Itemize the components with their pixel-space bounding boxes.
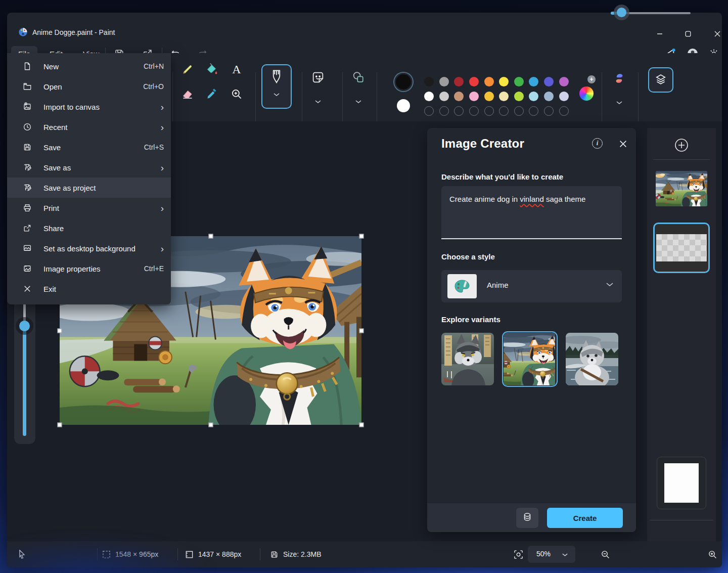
menu-item-print[interactable]: Print ›: [7, 198, 171, 218]
info-icon[interactable]: i: [592, 138, 603, 149]
text-tool-icon[interactable]: A: [230, 62, 244, 76]
colour-swatch[interactable]: [559, 77, 569, 86]
empty-colour-slot[interactable]: [559, 106, 569, 116]
colour-swatch[interactable]: [484, 92, 494, 101]
colour-swatch[interactable]: [514, 92, 524, 101]
chevron-down-icon[interactable]: [616, 101, 623, 105]
colour-swatch[interactable]: [544, 92, 554, 101]
selection-handle[interactable]: [209, 234, 213, 239]
selection-handle[interactable]: [359, 423, 364, 427]
colour-swatch[interactable]: [424, 77, 434, 86]
slider-thumb[interactable]: [19, 321, 30, 331]
colour-swatch[interactable]: [439, 77, 449, 86]
colour-swatch[interactable]: [514, 77, 524, 86]
chevron-down-icon[interactable]: [355, 100, 362, 104]
primary-colour-swatch[interactable]: [396, 74, 411, 90]
chevron-down-icon: [562, 553, 568, 557]
menu-item-new[interactable]: New Ctrl+N: [7, 56, 171, 76]
brushes-button[interactable]: [261, 64, 292, 109]
maximize-button[interactable]: [676, 25, 700, 42]
menu-item-share[interactable]: Share: [7, 218, 171, 238]
window-title: Anime Dogge.paint - Paint: [32, 28, 115, 36]
background-layer-thumbnail[interactable]: [657, 457, 706, 509]
close-button[interactable]: [706, 25, 722, 42]
menu-item-recent[interactable]: Recent ›: [7, 117, 171, 137]
colour-swatch[interactable]: [544, 77, 554, 86]
colour-swatch[interactable]: [499, 92, 509, 101]
submenu-chevron-icon: ›: [161, 122, 164, 132]
fit-to-screen-icon[interactable]: [514, 541, 523, 567]
menu-item-open[interactable]: Open Ctrl+O: [7, 76, 171, 97]
add-layer-button[interactable]: [674, 138, 689, 152]
empty-colour-slot[interactable]: [484, 106, 494, 116]
layers-button[interactable]: [648, 67, 673, 93]
zoom-out-icon[interactable]: [601, 541, 610, 567]
colour-swatch[interactable]: [454, 77, 464, 86]
prompt-input[interactable]: Create anime dog in vinland saga theme: [441, 186, 622, 239]
colour-swatch[interactable]: [424, 92, 434, 101]
pencil-tool-icon[interactable]: [180, 62, 195, 76]
empty-colour-slot[interactable]: [424, 106, 434, 116]
canvas-size-icon: [185, 550, 194, 559]
empty-colour-slot[interactable]: [499, 106, 509, 116]
menu-item-exit[interactable]: Exit: [7, 279, 171, 299]
selection-handle[interactable]: [58, 423, 62, 427]
empty-colour-slot[interactable]: [529, 106, 538, 116]
chevron-down-icon[interactable]: [314, 100, 322, 104]
colour-swatch[interactable]: [499, 77, 509, 86]
menu-item-save-as[interactable]: Save as ›: [7, 157, 171, 178]
empty-colour-slot[interactable]: [514, 106, 524, 116]
panel-close-icon[interactable]: [617, 138, 628, 149]
variant-thumbnail-2-selected[interactable]: [504, 333, 556, 385]
selection-handle[interactable]: [58, 329, 62, 333]
colour-swatch[interactable]: [484, 77, 494, 86]
empty-colour-slot[interactable]: [439, 106, 449, 116]
shapes-icon[interactable]: [351, 70, 366, 84]
zoom-slider-thumb[interactable]: [617, 8, 626, 17]
minimize-button[interactable]: [648, 25, 671, 42]
image-properties-icon: [22, 263, 32, 274]
submenu-chevron-icon: ›: [161, 244, 164, 253]
colour-swatch[interactable]: [469, 92, 479, 101]
submenu-chevron-icon: ›: [161, 163, 164, 172]
colour-swatch[interactable]: [559, 92, 569, 101]
stickers-icon[interactable]: [311, 70, 325, 84]
selection-size-value: 1548 × 965px: [115, 550, 158, 558]
copilot-icon[interactable]: [612, 71, 626, 85]
colour-swatch[interactable]: [529, 77, 538, 86]
empty-colour-slot[interactable]: [469, 106, 479, 116]
prompt-misspelled-word: vinland: [520, 195, 544, 203]
create-button[interactable]: Create: [547, 508, 623, 528]
colour-swatch[interactable]: [454, 92, 464, 101]
secondary-colour-swatch[interactable]: [397, 99, 410, 112]
selection-handle[interactable]: [359, 234, 364, 239]
file-size-icon: [270, 550, 279, 559]
layer-thumbnail-image[interactable]: [656, 171, 707, 206]
fill-tool-icon[interactable]: [205, 62, 219, 76]
variant-thumbnail-1[interactable]: [441, 333, 494, 385]
canvas-size-item: 1437 × 888px: [185, 541, 241, 567]
credits-icon[interactable]: [516, 508, 538, 528]
layer-thumbnail-selected[interactable]: [653, 223, 710, 273]
colour-swatch[interactable]: [529, 92, 538, 101]
zoom-in-icon[interactable]: [708, 541, 717, 567]
eyedropper-tool-icon[interactable]: [205, 87, 219, 101]
colour-swatch[interactable]: [469, 77, 479, 86]
empty-colour-slot[interactable]: [544, 106, 554, 116]
colour-wheel-icon[interactable]: [579, 86, 594, 101]
menu-item-import-to-canvas[interactable]: Import to canvas ›: [7, 97, 171, 117]
magnifier-tool-icon[interactable]: [230, 87, 244, 101]
zoom-dropdown[interactable]: 50%: [528, 546, 575, 563]
menu-item-save[interactable]: Save Ctrl+S: [7, 137, 171, 157]
selection-handle[interactable]: [209, 423, 213, 427]
menu-item-save-as-project[interactable]: Save as project: [7, 178, 171, 198]
selection-handle[interactable]: [359, 329, 364, 333]
colour-swatch[interactable]: [439, 92, 449, 101]
menu-item-set-as-desktop-background[interactable]: Set as desktop background ›: [7, 238, 171, 258]
add-colour-icon[interactable]: +: [587, 75, 596, 83]
variant-thumbnail-3[interactable]: [566, 333, 618, 385]
style-dropdown[interactable]: Anime: [441, 270, 622, 302]
eraser-tool-icon[interactable]: [180, 87, 195, 101]
menu-item-image-properties[interactable]: Image properties Ctrl+E: [7, 258, 171, 279]
empty-colour-slot[interactable]: [454, 106, 464, 116]
